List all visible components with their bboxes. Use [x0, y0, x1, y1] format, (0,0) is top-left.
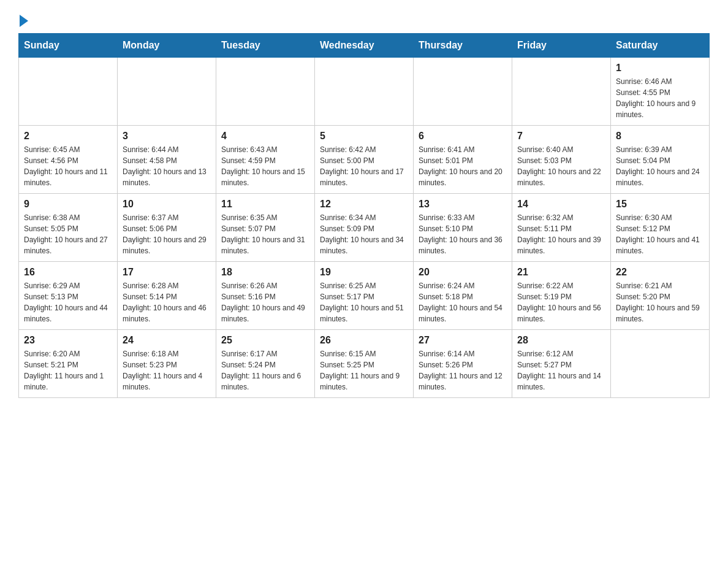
- calendar-cell: 27Sunrise: 6:14 AMSunset: 5:26 PMDayligh…: [414, 330, 512, 398]
- day-info: Sunrise: 6:24 AMSunset: 5:18 PMDaylight:…: [419, 280, 507, 324]
- calendar-cell: 16Sunrise: 6:29 AMSunset: 5:13 PMDayligh…: [19, 262, 118, 330]
- weekday-header-row: SundayMondayTuesdayWednesdayThursdayFrid…: [19, 34, 710, 58]
- day-number: 21: [517, 267, 605, 278]
- day-number: 6: [419, 131, 507, 142]
- calendar-cell: [118, 58, 216, 126]
- day-number: 22: [616, 267, 704, 278]
- day-info: Sunrise: 6:22 AMSunset: 5:19 PMDaylight:…: [517, 280, 605, 324]
- day-number: 7: [517, 131, 605, 142]
- day-info: Sunrise: 6:28 AMSunset: 5:14 PMDaylight:…: [123, 280, 211, 324]
- day-number: 18: [221, 267, 309, 278]
- day-info: Sunrise: 6:34 AMSunset: 5:09 PMDaylight:…: [320, 212, 408, 256]
- calendar-cell: 24Sunrise: 6:18 AMSunset: 5:23 PMDayligh…: [118, 330, 216, 398]
- day-info: Sunrise: 6:39 AMSunset: 5:04 PMDaylight:…: [616, 144, 704, 188]
- day-info: Sunrise: 6:30 AMSunset: 5:12 PMDaylight:…: [616, 212, 704, 256]
- calendar-week-row: 9Sunrise: 6:38 AMSunset: 5:05 PMDaylight…: [19, 194, 710, 262]
- day-info: Sunrise: 6:38 AMSunset: 5:05 PMDaylight:…: [24, 212, 112, 256]
- calendar-cell: 7Sunrise: 6:40 AMSunset: 5:03 PMDaylight…: [512, 126, 611, 194]
- calendar-cell: 12Sunrise: 6:34 AMSunset: 5:09 PMDayligh…: [315, 194, 414, 262]
- day-number: 9: [24, 199, 112, 210]
- calendar-cell: 28Sunrise: 6:12 AMSunset: 5:27 PMDayligh…: [512, 330, 611, 398]
- day-info: Sunrise: 6:43 AMSunset: 4:59 PMDaylight:…: [221, 144, 309, 188]
- weekday-header-sunday: Sunday: [19, 34, 118, 58]
- calendar-cell: 15Sunrise: 6:30 AMSunset: 5:12 PMDayligh…: [611, 194, 710, 262]
- weekday-header-monday: Monday: [118, 34, 216, 58]
- calendar-cell: 6Sunrise: 6:41 AMSunset: 5:01 PMDaylight…: [414, 126, 512, 194]
- calendar-cell: [216, 58, 315, 126]
- calendar-week-row: 16Sunrise: 6:29 AMSunset: 5:13 PMDayligh…: [19, 262, 710, 330]
- day-number: 24: [123, 335, 211, 346]
- day-number: 26: [320, 335, 408, 346]
- logo-arrow-icon: [20, 15, 28, 27]
- day-info: Sunrise: 6:29 AMSunset: 5:13 PMDaylight:…: [24, 280, 112, 324]
- calendar-cell: [414, 58, 512, 126]
- calendar-cell: 11Sunrise: 6:35 AMSunset: 5:07 PMDayligh…: [216, 194, 315, 262]
- day-info: Sunrise: 6:14 AMSunset: 5:26 PMDaylight:…: [419, 348, 507, 393]
- day-number: 2: [24, 131, 112, 142]
- calendar-cell: 2Sunrise: 6:45 AMSunset: 4:56 PMDaylight…: [19, 126, 118, 194]
- day-number: 12: [320, 199, 408, 210]
- day-info: Sunrise: 6:37 AMSunset: 5:06 PMDaylight:…: [123, 212, 211, 256]
- day-info: Sunrise: 6:12 AMSunset: 5:27 PMDaylight:…: [517, 348, 605, 393]
- weekday-header-friday: Friday: [512, 34, 611, 58]
- calendar-cell: 19Sunrise: 6:25 AMSunset: 5:17 PMDayligh…: [315, 262, 414, 330]
- calendar-cell: [611, 330, 710, 398]
- day-number: 8: [616, 131, 704, 142]
- calendar-cell: 22Sunrise: 6:21 AMSunset: 5:20 PMDayligh…: [611, 262, 710, 330]
- calendar-cell: 21Sunrise: 6:22 AMSunset: 5:19 PMDayligh…: [512, 262, 611, 330]
- weekday-header-thursday: Thursday: [414, 34, 512, 58]
- day-number: 10: [123, 199, 211, 210]
- calendar-cell: 1Sunrise: 6:46 AMSunset: 4:55 PMDaylight…: [611, 58, 710, 126]
- day-info: Sunrise: 6:15 AMSunset: 5:25 PMDaylight:…: [320, 348, 408, 393]
- day-info: Sunrise: 6:46 AMSunset: 4:55 PMDaylight:…: [616, 76, 704, 120]
- day-info: Sunrise: 6:33 AMSunset: 5:10 PMDaylight:…: [419, 212, 507, 256]
- day-info: Sunrise: 6:26 AMSunset: 5:16 PMDaylight:…: [221, 280, 309, 324]
- calendar-cell: 25Sunrise: 6:17 AMSunset: 5:24 PMDayligh…: [216, 330, 315, 398]
- weekday-header-saturday: Saturday: [611, 34, 710, 58]
- calendar-week-row: 23Sunrise: 6:20 AMSunset: 5:21 PMDayligh…: [19, 330, 710, 398]
- logo: [18, 12, 28, 27]
- calendar-cell: [19, 58, 118, 126]
- day-info: Sunrise: 6:25 AMSunset: 5:17 PMDaylight:…: [320, 280, 408, 324]
- day-info: Sunrise: 6:45 AMSunset: 4:56 PMDaylight:…: [24, 144, 112, 188]
- calendar-cell: 17Sunrise: 6:28 AMSunset: 5:14 PMDayligh…: [118, 262, 216, 330]
- day-number: 3: [123, 131, 211, 142]
- day-number: 28: [517, 335, 605, 346]
- day-number: 25: [221, 335, 309, 346]
- day-number: 19: [320, 267, 408, 278]
- calendar-cell: [512, 58, 611, 126]
- day-info: Sunrise: 6:21 AMSunset: 5:20 PMDaylight:…: [616, 280, 704, 324]
- calendar-week-row: 2Sunrise: 6:45 AMSunset: 4:56 PMDaylight…: [19, 126, 710, 194]
- day-number: 11: [221, 199, 309, 210]
- calendar-cell: 10Sunrise: 6:37 AMSunset: 5:06 PMDayligh…: [118, 194, 216, 262]
- calendar-cell: 13Sunrise: 6:33 AMSunset: 5:10 PMDayligh…: [414, 194, 512, 262]
- day-number: 20: [419, 267, 507, 278]
- day-number: 27: [419, 335, 507, 346]
- calendar-week-row: 1Sunrise: 6:46 AMSunset: 4:55 PMDaylight…: [19, 58, 710, 126]
- day-info: Sunrise: 6:44 AMSunset: 4:58 PMDaylight:…: [123, 144, 211, 188]
- calendar-cell: 9Sunrise: 6:38 AMSunset: 5:05 PMDaylight…: [19, 194, 118, 262]
- day-number: 13: [419, 199, 507, 210]
- calendar-cell: 23Sunrise: 6:20 AMSunset: 5:21 PMDayligh…: [19, 330, 118, 398]
- day-info: Sunrise: 6:20 AMSunset: 5:21 PMDaylight:…: [24, 348, 112, 393]
- day-info: Sunrise: 6:32 AMSunset: 5:11 PMDaylight:…: [517, 212, 605, 256]
- calendar-cell: 26Sunrise: 6:15 AMSunset: 5:25 PMDayligh…: [315, 330, 414, 398]
- calendar-cell: [315, 58, 414, 126]
- calendar-cell: 8Sunrise: 6:39 AMSunset: 5:04 PMDaylight…: [611, 126, 710, 194]
- calendar-cell: 14Sunrise: 6:32 AMSunset: 5:11 PMDayligh…: [512, 194, 611, 262]
- weekday-header-tuesday: Tuesday: [216, 34, 315, 58]
- calendar-table: SundayMondayTuesdayWednesdayThursdayFrid…: [18, 33, 710, 398]
- day-number: 1: [616, 63, 704, 74]
- day-number: 16: [24, 267, 112, 278]
- day-info: Sunrise: 6:42 AMSunset: 5:00 PMDaylight:…: [320, 144, 408, 188]
- day-number: 17: [123, 267, 211, 278]
- day-number: 4: [221, 131, 309, 142]
- calendar-cell: 3Sunrise: 6:44 AMSunset: 4:58 PMDaylight…: [118, 126, 216, 194]
- day-info: Sunrise: 6:40 AMSunset: 5:03 PMDaylight:…: [517, 144, 605, 188]
- calendar-cell: 5Sunrise: 6:42 AMSunset: 5:00 PMDaylight…: [315, 126, 414, 194]
- day-number: 23: [24, 335, 112, 346]
- day-number: 14: [517, 199, 605, 210]
- calendar-cell: 18Sunrise: 6:26 AMSunset: 5:16 PMDayligh…: [216, 262, 315, 330]
- day-number: 15: [616, 199, 704, 210]
- calendar-cell: 4Sunrise: 6:43 AMSunset: 4:59 PMDaylight…: [216, 126, 315, 194]
